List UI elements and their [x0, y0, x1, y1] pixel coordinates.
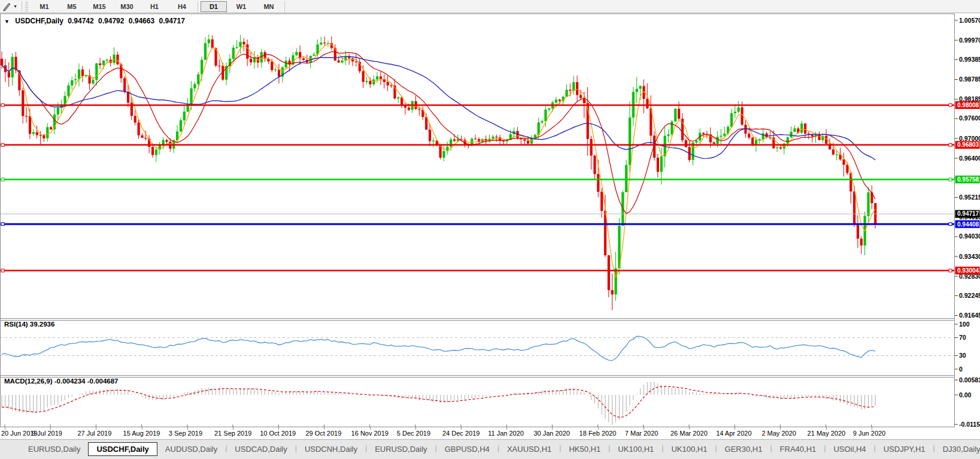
- date-label: 3 Sep 2019: [169, 430, 202, 437]
- tab-usdjpy-h1[interactable]: USDJPY,H1: [876, 443, 933, 455]
- mt4-chart-window: ▼ M1M5M15M30H1H4D1W1MN ▼ USDCHF,Daily 0.…: [0, 0, 980, 459]
- svg-text:100: 100: [959, 321, 970, 328]
- date-label: 26 Mar 2020: [670, 430, 708, 437]
- svg-text:0: 0: [959, 366, 963, 373]
- tab-usoil-h4[interactable]: USOil,H4: [826, 443, 873, 455]
- chart-tabs: EURUSD,DailyUSDCHF,DailyAUDUSD,Daily|USD…: [20, 440, 980, 459]
- timeframe-button-mn[interactable]: MN: [256, 1, 282, 12]
- dropdown-caret-icon: ▼: [13, 4, 17, 8]
- tab-eurusd-daily[interactable]: EURUSD,Daily: [367, 443, 435, 455]
- timeframe-button-h1[interactable]: H1: [141, 1, 168, 12]
- ohlc-close: 0.94717: [159, 17, 185, 25]
- drawing-tool-button[interactable]: ▼: [0, 0, 20, 13]
- date-label: 24 Dec 2019: [442, 430, 480, 437]
- svg-text:0.99970: 0.99970: [959, 37, 980, 44]
- toolbar-separator: [22, 1, 22, 12]
- tab-ger30-h1[interactable]: GER30,H1: [717, 443, 770, 455]
- timeframe-button-h4[interactable]: H4: [169, 1, 195, 12]
- date-label: 30 Jan 2020: [533, 430, 570, 437]
- chart-toolbar: ▼ M1M5M15M30H1H4D1W1MN: [0, 0, 980, 13]
- ohlc-high: 0.94792: [98, 17, 124, 25]
- svg-text:0.98008: 0.98008: [957, 102, 979, 108]
- date-label: 18 Feb 2020: [579, 430, 617, 437]
- macd-indicator-label: MACD(12,26,9) -0.004234 -0.004687: [4, 378, 119, 385]
- date-axis: 20 Jun 20199 Jul 201927 Jul 201915 Aug 2…: [0, 427, 980, 439]
- date-label: 2 May 2020: [761, 430, 796, 437]
- tab-uk100-h1[interactable]: UK100,H1: [663, 443, 715, 455]
- date-label: 27 Jul 2019: [77, 430, 111, 437]
- date-label: 9 Jul 2019: [32, 430, 62, 437]
- tab-xauusd-h1[interactable]: XAUUSD,H1: [499, 443, 559, 455]
- toolbar-separator: [198, 1, 198, 12]
- chart-tab-bar: EURUSD,DailyUSDCHF,DailyAUDUSD,Daily|USD…: [0, 439, 980, 459]
- timeframe-button-m1[interactable]: M1: [31, 1, 57, 12]
- svg-text:0.97600: 0.97600: [959, 114, 980, 122]
- toolbar-separator: [284, 1, 285, 12]
- svg-text:30: 30: [959, 352, 966, 359]
- date-label: 29 Oct 2019: [305, 430, 341, 437]
- tab-gbpusd-h4[interactable]: GBPUSD,H4: [437, 443, 497, 455]
- symbol-dropdown-icon[interactable]: ▼: [4, 19, 10, 25]
- svg-text:0.95758: 0.95758: [957, 176, 979, 183]
- ohlc-open: 0.94742: [68, 17, 93, 25]
- date-label: 16 Nov 2019: [351, 430, 389, 437]
- date-label: 11 Jan 2020: [488, 430, 524, 437]
- svg-text:0.94408: 0.94408: [957, 221, 979, 228]
- toolbar-grip[interactable]: [25, 2, 28, 11]
- timeframe-buttons: M1M5M15M30H1H4D1W1MN: [31, 1, 287, 12]
- tab-eurusd-daily[interactable]: EURUSD,Daily: [20, 443, 88, 455]
- tab-usdcnh-daily[interactable]: USDCNH,Daily: [297, 443, 365, 455]
- tab-usdchf-daily[interactable]: USDCHF,Daily: [88, 442, 157, 456]
- svg-text:0.00: 0.00: [959, 391, 972, 398]
- timeframe-button-m30[interactable]: M30: [114, 1, 140, 12]
- svg-text:0.98785: 0.98785: [959, 76, 980, 83]
- svg-text:0.94030: 0.94030: [959, 232, 980, 240]
- svg-text:0.99385: 0.99385: [959, 56, 980, 63]
- svg-text:70: 70: [959, 334, 966, 341]
- tab-hk50-h1[interactable]: HK50,H1: [561, 443, 608, 455]
- tab-usdcad-daily[interactable]: USDCAD,Daily: [227, 443, 295, 455]
- svg-text:0.96400: 0.96400: [959, 155, 980, 162]
- timeframe-button-w1[interactable]: W1: [228, 1, 254, 12]
- pencil-icon: [2, 2, 12, 11]
- timeframe-button-m5[interactable]: M5: [59, 1, 85, 12]
- chart-title: ▼ USDCHF,Daily 0.94742 0.94792 0.94663 0…: [4, 17, 187, 25]
- rsi-indicator-label: RSI(14) 39.2936: [4, 321, 54, 328]
- timeframe-button-m15[interactable]: M15: [86, 1, 113, 12]
- svg-text:0.92245: 0.92245: [959, 292, 980, 299]
- svg-text:0.94717: 0.94717: [957, 210, 979, 217]
- svg-text:0.91645: 0.91645: [959, 312, 980, 319]
- date-label: 7 Mar 2020: [625, 430, 659, 437]
- svg-text:1.00570: 1.00570: [959, 17, 980, 24]
- date-label: 21 May 2020: [808, 430, 846, 437]
- svg-text:0.93004: 0.93004: [957, 267, 979, 274]
- tab-uk100-h1[interactable]: UK100,H1: [610, 443, 662, 455]
- timeframe-button-d1[interactable]: D1: [201, 1, 227, 12]
- svg-text:0.96803: 0.96803: [957, 141, 979, 148]
- ohlc-low: 0.94663: [129, 17, 154, 25]
- svg-text:0.95215: 0.95215: [959, 194, 980, 201]
- date-label: 10 Oct 2019: [260, 430, 296, 437]
- date-label: 5 Dec 2019: [397, 430, 430, 437]
- svg-text:0.005818: 0.005818: [959, 376, 980, 383]
- chart-canvas[interactable]: 1.005700.999700.993850.987850.981850.976…: [0, 13, 980, 427]
- date-label: 14 Apr 2020: [716, 430, 751, 437]
- svg-text:-0.011514: -0.011514: [959, 421, 980, 427]
- date-label: 9 Jun 2020: [853, 430, 885, 437]
- tab-dj30-daily[interactable]: DJ30,Daily: [935, 443, 980, 455]
- svg-text:0.93430: 0.93430: [959, 253, 980, 260]
- tab-fra40-h1[interactable]: FRA40,H1: [772, 443, 824, 455]
- svg-text:0.97000: 0.97000: [959, 135, 980, 142]
- date-label: 21 Sep 2019: [214, 430, 251, 437]
- date-label: 15 Aug 2019: [123, 430, 160, 437]
- symbol-name: USDCHF,Daily: [15, 17, 63, 25]
- tab-audusd-daily[interactable]: AUDUSD,Daily: [157, 443, 225, 455]
